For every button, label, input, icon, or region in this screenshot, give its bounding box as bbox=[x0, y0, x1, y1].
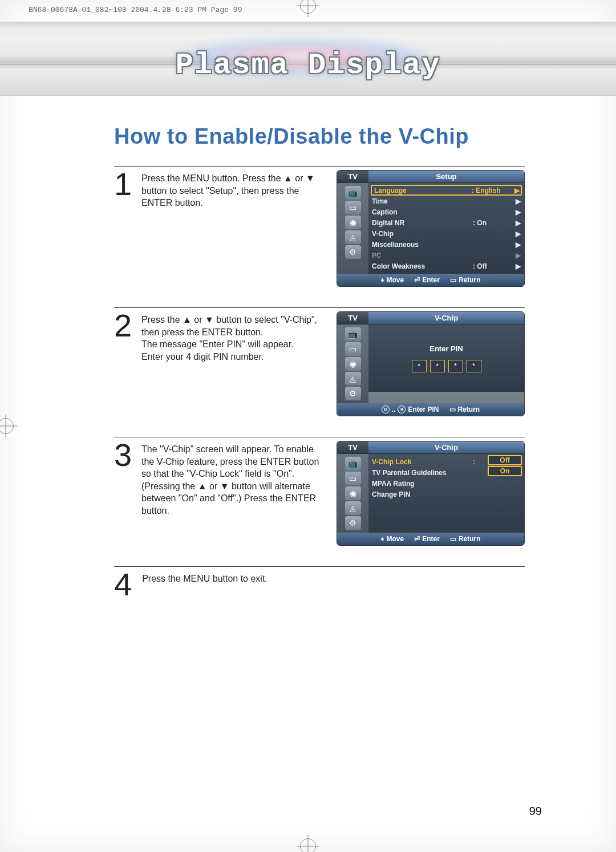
page-number: 99 bbox=[529, 805, 542, 818]
menu-row-caption: Caption▶ bbox=[372, 206, 521, 217]
sidebar-icon: ▭ bbox=[345, 201, 361, 214]
hint-return: ▭ Return bbox=[450, 535, 481, 543]
osd-footer: ♦ Move ⏎ Enter ▭ Return bbox=[337, 533, 524, 545]
step-number: 1 bbox=[114, 170, 131, 198]
sidebar-icon: ▭ bbox=[345, 342, 361, 356]
osd-sidebar: 📺 ▭ ◉ ◬ ⚙ bbox=[337, 183, 368, 274]
step-1: 1 Press the MENU button. Press the ▲ or … bbox=[114, 166, 525, 287]
osd-title: Setup bbox=[368, 172, 524, 181]
sidebar-icon: ◉ bbox=[345, 357, 361, 371]
step-4: 4 Press the MENU button to exit. bbox=[114, 566, 525, 599]
sidebar-icon: ▭ bbox=[345, 472, 361, 485]
step-2: 2 Press the ▲ or ▼ button to select "V-C… bbox=[114, 307, 525, 416]
hint-return: ▭ Return bbox=[450, 276, 481, 284]
osd-tv-label: TV bbox=[337, 441, 368, 453]
crop-mark-bottom bbox=[297, 835, 319, 852]
sidebar-icon: ◉ bbox=[345, 486, 361, 500]
pin-digit: * bbox=[412, 360, 427, 372]
osd-setup: TV Setup 📺 ▭ ◉ ◬ ⚙ bbox=[337, 170, 525, 287]
osd-menu: V-Chip Lock: TV Parental Guidelines MPAA… bbox=[368, 454, 524, 533]
step-text: Press the ▲ or ▼ button to select "V-Chi… bbox=[141, 311, 326, 363]
page-heading: How to Enable/Disable the V-Chip bbox=[114, 124, 587, 149]
hint-enter: ⏎ Enter bbox=[414, 276, 440, 284]
sidebar-icon: ⚙ bbox=[345, 245, 361, 259]
menu-row-mpaa: MPAA Rating bbox=[372, 478, 521, 489]
menu-row-pc: PC▶ bbox=[372, 250, 521, 261]
osd-tv-label: TV bbox=[337, 171, 368, 182]
sidebar-icon: ⚙ bbox=[345, 387, 361, 400]
pin-entry-area: Enter PIN * * * * bbox=[368, 324, 524, 392]
osd-title: V-Chip bbox=[368, 314, 524, 322]
sidebar-icon: ◬ bbox=[345, 230, 361, 244]
osd-tv-label: TV bbox=[337, 312, 368, 324]
pin-digit: * bbox=[430, 360, 445, 372]
osd-enter-pin: TV V-Chip 📺 ▭ ◉ ◬ ⚙ bbox=[337, 311, 525, 416]
step-number: 3 bbox=[114, 441, 131, 469]
print-metadata: BN68-00678A-01_082~103 2004.4.28 6:23 PM… bbox=[29, 6, 242, 14]
step-text: Press the MENU button to exit. bbox=[142, 570, 268, 585]
menu-row-vchip: V-Chip▶ bbox=[372, 228, 521, 239]
crop-mark-top bbox=[297, 0, 319, 17]
step-text: Press the MENU button. Press the ▲ or ▼ … bbox=[141, 170, 326, 209]
step-3: 3 The "V-Chip" screen will appear. To en… bbox=[114, 437, 525, 546]
osd-title: V-Chip bbox=[368, 443, 524, 452]
vchip-lock-value-on: On bbox=[488, 466, 522, 476]
sidebar-icon: 📺 bbox=[345, 457, 361, 470]
menu-row-time: Time▶ bbox=[372, 196, 521, 206]
hint-return: ▭ Return bbox=[449, 405, 480, 413]
osd-sidebar: 📺 ▭ ◉ ◬ ⚙ bbox=[337, 454, 368, 533]
sidebar-icon: 📺 bbox=[345, 186, 361, 200]
hint-move: ♦ Move bbox=[380, 535, 404, 543]
osd-vchip-menu: TV V-Chip 📺 ▭ ◉ ◬ ⚙ bbox=[337, 441, 525, 546]
sidebar-icon: ◉ bbox=[345, 216, 361, 229]
menu-row-misc: Miscellaneous▶ bbox=[372, 239, 521, 250]
banner-title: Plasma Display bbox=[0, 48, 616, 82]
sidebar-icon: ⚙ bbox=[345, 516, 361, 530]
osd-sidebar: 📺 ▭ ◉ ◬ ⚙ bbox=[337, 324, 368, 403]
sidebar-icon: 📺 bbox=[345, 327, 361, 341]
osd-footer: 0..9 Enter PIN ▭ Return bbox=[337, 403, 524, 416]
hint-enter-pin: 0..9 Enter PIN bbox=[382, 405, 439, 413]
hint-enter: ⏎ Enter bbox=[414, 535, 440, 543]
step-number: 4 bbox=[114, 570, 132, 599]
page-banner: Plasma Display bbox=[0, 22, 616, 96]
pin-digit: * bbox=[467, 360, 481, 372]
hint-move: ♦ Move bbox=[380, 276, 404, 284]
menu-row-language: Language: English▶ bbox=[371, 185, 522, 196]
pin-label: Enter PIN bbox=[429, 344, 463, 353]
step-number: 2 bbox=[114, 311, 131, 340]
crop-mark-left bbox=[0, 415, 17, 437]
pin-digit: * bbox=[448, 360, 463, 372]
osd-footer: ♦ Move ⏎ Enter ▭ Return bbox=[337, 274, 524, 286]
menu-row-digital-nr: Digital NR: On▶ bbox=[372, 217, 521, 228]
menu-row-change-pin: Change PIN bbox=[372, 489, 521, 500]
sidebar-icon: ◬ bbox=[345, 372, 361, 386]
step-text: The "V-Chip" screen will appear. To enab… bbox=[141, 441, 326, 517]
vchip-lock-value-off: Off bbox=[488, 455, 522, 465]
menu-row-color-weakness: Color Weakness: Off▶ bbox=[372, 261, 521, 271]
osd-menu: Language: English▶ Time▶ Caption▶ Digita… bbox=[368, 183, 524, 274]
pin-boxes: * * * * bbox=[412, 360, 481, 372]
sidebar-icon: ◬ bbox=[345, 501, 361, 515]
